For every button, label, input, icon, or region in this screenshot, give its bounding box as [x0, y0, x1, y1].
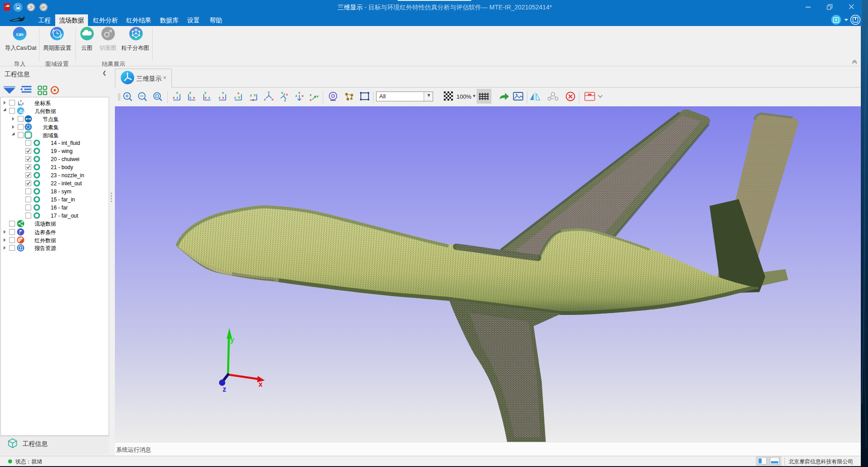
- svg-text:x: x: [310, 98, 312, 102]
- svg-text:18 - sym: 18 - sym: [51, 188, 71, 195]
- svg-text:z: z: [250, 93, 252, 97]
- svg-text:x: x: [222, 96, 224, 100]
- svg-text:边界条件: 边界条件: [35, 229, 56, 236]
- svg-text:z: z: [219, 96, 220, 100]
- svg-text:节点集: 节点集: [43, 116, 59, 122]
- svg-text:z: z: [19, 103, 21, 106]
- svg-text:坐标系: 坐标系: [34, 100, 51, 106]
- svg-text:x: x: [252, 98, 254, 102]
- svg-text:23 - nozzle_in: 23 - nozzle_in: [51, 172, 84, 179]
- svg-text:Y: Y: [298, 91, 301, 95]
- svg-text:x: x: [173, 96, 175, 100]
- svg-text:z: z: [284, 98, 286, 102]
- svg-text:z: z: [176, 96, 178, 100]
- svg-text:Y: Y: [254, 93, 256, 97]
- svg-text:z: z: [264, 97, 266, 101]
- svg-text:Y: Y: [281, 91, 284, 95]
- svg-text:21 - body: 21 - body: [51, 164, 73, 170]
- svg-text:z: z: [223, 385, 226, 393]
- svg-text:14 - int_fluid: 14 - int_fluid: [51, 140, 80, 146]
- svg-text:z: z: [310, 93, 311, 97]
- svg-text:Y: Y: [204, 91, 207, 95]
- svg-text:x: x: [302, 94, 304, 98]
- svg-text:x: x: [22, 102, 24, 105]
- svg-text:17 - far_out: 17 - far_out: [51, 213, 79, 219]
- svg-text:Y: Y: [222, 91, 224, 95]
- svg-text:元素集: 元素集: [43, 124, 59, 131]
- svg-text:Y: Y: [176, 91, 179, 95]
- svg-text:x: x: [193, 96, 195, 100]
- svg-text:16 - far: 16 - far: [51, 205, 68, 211]
- svg-text:15 - far_in: 15 - far_in: [51, 196, 75, 203]
- svg-text:x: x: [237, 91, 240, 95]
- svg-text:y: y: [230, 336, 234, 344]
- svg-text:x: x: [205, 96, 207, 100]
- svg-text:工程信息: 工程信息: [22, 440, 48, 447]
- svg-text:22 - inlet_out: 22 - inlet_out: [51, 180, 82, 187]
- svg-text:面域集: 面域集: [43, 132, 59, 139]
- svg-text:几何数据: 几何数据: [35, 108, 56, 114]
- svg-text:流场数据: 流场数据: [35, 221, 56, 227]
- svg-text:z: z: [189, 96, 191, 100]
- svg-text:Y: Y: [189, 91, 192, 95]
- svg-text:z: z: [208, 96, 210, 100]
- svg-text:20 - chuiwei: 20 - chuiwei: [51, 156, 79, 162]
- svg-text:x: x: [286, 92, 288, 96]
- svg-text:19 - wing: 19 - wing: [51, 148, 73, 154]
- svg-text:x: x: [272, 97, 274, 101]
- svg-text:z: z: [234, 96, 236, 100]
- svg-text:红外数据: 红外数据: [34, 237, 56, 244]
- svg-text:cas: cas: [16, 31, 23, 37]
- svg-text:报告资源: 报告资源: [34, 245, 56, 251]
- svg-text:Y: Y: [267, 91, 270, 95]
- svg-text:Y: Y: [238, 96, 241, 100]
- svg-text:z: z: [295, 94, 297, 98]
- svg-text:Y: Y: [316, 95, 319, 99]
- svg-text:x: x: [259, 380, 263, 388]
